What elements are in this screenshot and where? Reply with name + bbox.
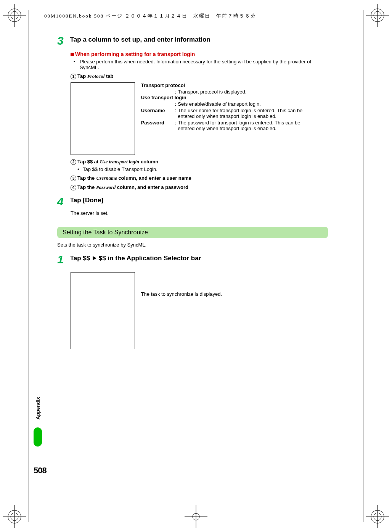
def-label: Transport protocol [141, 82, 315, 88]
substep-1: 1Tap Protocol tab [71, 73, 328, 79]
bullet-text: Tap $$ to disable Transport Login. [77, 166, 328, 172]
step-title: Tap $$ $$ in the Application Selector ba… [70, 255, 201, 262]
section-heading-bar: Setting the Task to Synchronize [57, 227, 328, 238]
sub-heading-red: When performing a setting for a transpor… [71, 51, 328, 57]
red-square-icon [71, 53, 74, 56]
step-title: Tap a column to set up, and enter inform… [70, 36, 210, 44]
substep-3: 3Tap the Username column, and enter a us… [71, 175, 328, 181]
reg-mark-bl [3, 505, 26, 528]
screenshot-placeholder [71, 82, 135, 155]
print-header: 00M1000EN.book 508 ページ ２００４年１１月２４日 水曜日 午… [44, 13, 256, 19]
step-number: 1 [57, 253, 69, 266]
section-intro: Sets the task to synchronize by SyncML. [57, 242, 328, 248]
circle-number-icon: 1 [71, 74, 76, 79]
reg-mark-tl [3, 4, 26, 27]
step-number: 4 [57, 195, 69, 208]
bullet-text: Please perform this when needed. Informa… [74, 59, 328, 70]
substep-4: 4Tap the Password column, and enter a pa… [71, 184, 328, 190]
sec2-step-1: 1 Tap $$ $$ in the Application Selector … [57, 253, 328, 266]
side-tab-label: Appendix [35, 397, 41, 419]
side-tab-indicator [34, 427, 42, 447]
screenshot-placeholder [71, 272, 135, 349]
svg-marker-19 [93, 256, 96, 260]
step-body: The server is set. [71, 210, 328, 216]
circle-number-icon: 3 [71, 176, 76, 181]
triangle-right-icon [92, 256, 97, 261]
circle-number-icon: 4 [71, 185, 76, 190]
step-4: 4 Tap [Done] [57, 195, 328, 208]
step-3: 3 Tap a column to set up, and enter info… [57, 34, 328, 47]
page-number: 508 [34, 466, 47, 476]
reg-mark-tr [366, 4, 389, 27]
step-number: 3 [57, 34, 69, 47]
circle-number-icon: 2 [71, 159, 76, 165]
definitions-block: Transport protocol :Transport protocol i… [141, 82, 315, 131]
caption-text: The task to synchronize is displayed. [141, 291, 294, 297]
step-title: Tap [Done] [70, 197, 104, 204]
def-label: Use transport login [141, 95, 315, 100]
reg-mark-br [366, 505, 389, 528]
substep-2: 2Tap $$ at Use transport login column [71, 159, 328, 165]
